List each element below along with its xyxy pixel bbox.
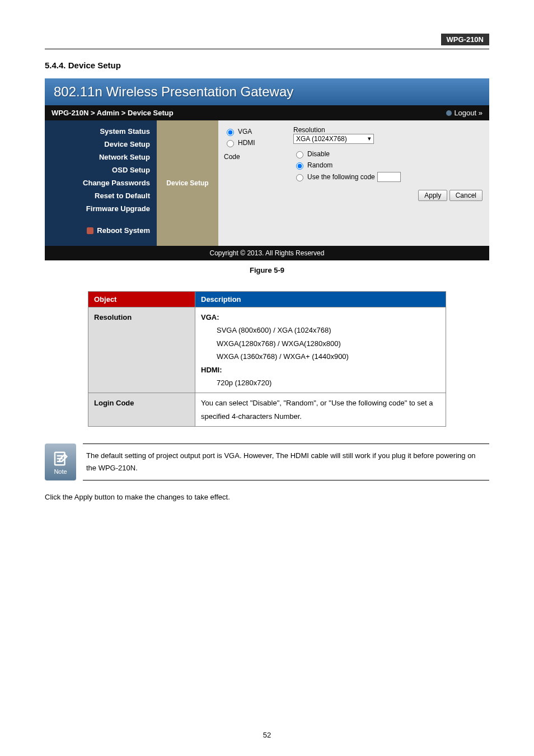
code-input[interactable] — [377, 172, 401, 182]
admin-screenshot: 802.11n Wireless Presentation Gateway WP… — [45, 78, 489, 260]
code-param-label: Code — [224, 153, 285, 161]
th-description: Description — [195, 292, 446, 307]
output-vga-radio[interactable]: VGA — [224, 127, 285, 136]
th-object: Object — [88, 292, 195, 307]
vga-radio-input[interactable] — [227, 129, 234, 136]
logout-link[interactable]: Logout » — [446, 109, 483, 117]
tab-device-setup: Device Setup — [157, 120, 218, 246]
code-random-radio[interactable]: Random — [293, 161, 483, 170]
sidebar-item-osd-setup[interactable]: OSD Setup — [45, 164, 157, 176]
row-resolution-desc: VGA: SVGA (800x600) / XGA (1024x768) WXG… — [195, 307, 446, 393]
sidebar-item-reset-to-default[interactable]: Reset to Default — [45, 189, 157, 202]
sidebar-item-reboot-system[interactable]: Reboot System — [45, 224, 157, 237]
value-column: Resolution XGA (1024X768) Disable Random… — [291, 120, 489, 246]
logout-label: Logout » — [454, 109, 483, 117]
sidebar-item-device-setup[interactable]: Device Setup — [45, 138, 157, 151]
copyright-bar: Copyright © 2013. All Rights Reserved — [45, 246, 489, 260]
post-note-text: Click the Apply button to make the chang… — [45, 492, 489, 503]
model-tag: WPG-210N — [441, 34, 489, 45]
breadcrumb-bar: WPG-210N > Admin > Device Setup Logout » — [45, 105, 489, 120]
vga-label: VGA — [238, 128, 252, 136]
random-radio-input[interactable] — [296, 162, 303, 170]
sidebar-item-system-status[interactable]: System Status — [45, 125, 157, 138]
note-text: The default setting of project output po… — [83, 444, 489, 480]
note-icon: Note — [45, 444, 76, 480]
gateway-title: 802.11n Wireless Presentation Gateway — [45, 78, 489, 105]
hdmi-radio-input[interactable] — [227, 140, 234, 147]
note-icon-label: Note — [54, 467, 67, 477]
logout-icon — [446, 110, 452, 116]
hdmi-label: HDMI — [238, 139, 255, 147]
code-use-following-radio[interactable]: Use the following code — [293, 172, 483, 182]
reboot-label: Reboot System — [97, 226, 150, 235]
hdmi-line-0: 720p (1280x720) — [201, 376, 440, 389]
disable-label: Disable — [307, 150, 330, 158]
sidebar-item-change-passwords[interactable]: Change Passwords — [45, 176, 157, 189]
figure-caption: Figure 5-9 — [45, 266, 489, 274]
admin-sidebar: System Status Device Setup Network Setup… — [45, 120, 157, 246]
row-login-code-label: Login Code — [88, 393, 195, 427]
cancel-button[interactable]: Cancel — [449, 190, 483, 201]
note-box: Note The default setting of project outp… — [45, 444, 489, 480]
row-login-code-desc: You can select "Disable", "Random", or "… — [195, 393, 446, 427]
notepad-icon — [52, 450, 69, 467]
resolution-label: Resolution — [293, 126, 483, 134]
use-following-radio-input[interactable] — [296, 174, 303, 181]
vga-heading: VGA: — [201, 313, 219, 321]
output-hdmi-radio[interactable]: HDMI — [224, 138, 285, 147]
vga-line-1: WXGA(1280x768) / WXGA(1280x800) — [201, 337, 440, 350]
apply-button[interactable]: Apply — [418, 190, 447, 201]
hdmi-heading: HDMI: — [201, 366, 222, 374]
row-resolution-label: Resolution — [88, 307, 195, 393]
section-heading: 5.4.4. Device Setup — [45, 60, 489, 70]
param-column: VGA HDMI Code — [218, 120, 291, 246]
random-label: Random — [307, 161, 332, 169]
resolution-select[interactable]: XGA (1024X768) — [293, 134, 374, 144]
code-disable-radio[interactable]: Disable — [293, 150, 483, 158]
page-number: 52 — [0, 731, 534, 739]
power-icon — [87, 227, 93, 234]
sidebar-item-firmware-upgrade[interactable]: Firmware Upgrade — [45, 202, 157, 215]
breadcrumb: WPG-210N > Admin > Device Setup — [51, 109, 174, 117]
disable-radio-input[interactable] — [296, 151, 303, 158]
section-number: 5.4.4. — [45, 60, 66, 70]
vga-line-2: WXGA (1360x768) / WXGA+ (1440x900) — [201, 350, 440, 363]
header-divider — [45, 49, 489, 49]
description-table: Object Description Resolution VGA: SVGA … — [88, 291, 446, 427]
vga-line-0: SVGA (800x600) / XGA (1024x768) — [201, 324, 440, 337]
section-title: Device Setup — [68, 60, 121, 70]
sidebar-item-network-setup[interactable]: Network Setup — [45, 151, 157, 164]
use-following-label: Use the following code — [307, 173, 375, 181]
